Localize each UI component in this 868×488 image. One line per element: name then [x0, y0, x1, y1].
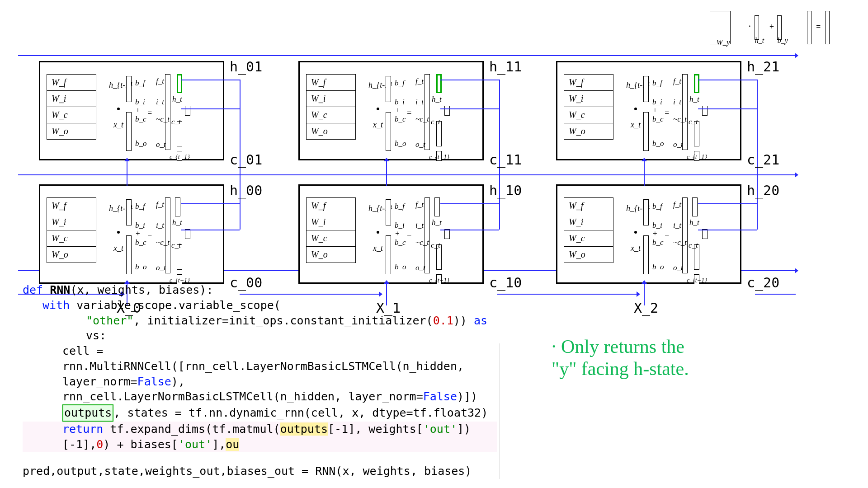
- label-h00: h_00: [230, 183, 262, 198]
- label-x2: X_2: [634, 300, 658, 316]
- label-h20: h_20: [747, 183, 779, 198]
- h-out-highlight: [177, 74, 182, 93]
- dot-icon: [117, 108, 120, 110]
- lstm-cell-top-1: W_fW_iW_cW_o h_{t-1}x_t b_fb_i+b_cb_o = …: [298, 61, 484, 160]
- label-h10: h_10: [489, 183, 522, 198]
- lstm-cell-bot-1: W_fW_iW_cW_o h_{t-1}x_t b_fb_i+b_cb_o = …: [298, 184, 484, 284]
- vertical-divider: [500, 343, 500, 479]
- code-snippet: def RNN(x, weights, biases): with variab…: [23, 282, 497, 479]
- label-h01: h_01: [230, 59, 262, 75]
- label-c01: c_01: [230, 152, 262, 168]
- label-h11: h_11: [489, 59, 522, 75]
- lstm-cell-top-0: W_f W_i W_c W_o h_{t-1} x_t b_f b_i + b_…: [39, 61, 224, 160]
- lstm-cell-bot-2: W_fW_iW_cW_o h_{t-1}x_t b_fb_i+b_cb_o = …: [556, 184, 741, 284]
- label-c21: c_21: [747, 152, 779, 168]
- label-c11: c_11: [489, 152, 522, 168]
- weight-stack: W_f W_i W_c W_o: [47, 74, 96, 140]
- outputs-highlight: outputs: [62, 404, 113, 422]
- handwritten-annotation: · Only returns the "y" facing h-state.: [552, 336, 769, 380]
- label-c20: c_20: [747, 275, 779, 291]
- label-h21: h_21: [747, 59, 779, 75]
- lstm-cell-bot-0: W_fW_iW_cW_o h_{t-1}x_t b_fb_i+b_cb_o = …: [39, 184, 224, 284]
- lstm-cell-top-2: W_fW_iW_cW_o h_{t-1}x_t b_fb_i+b_cb_o = …: [556, 61, 741, 160]
